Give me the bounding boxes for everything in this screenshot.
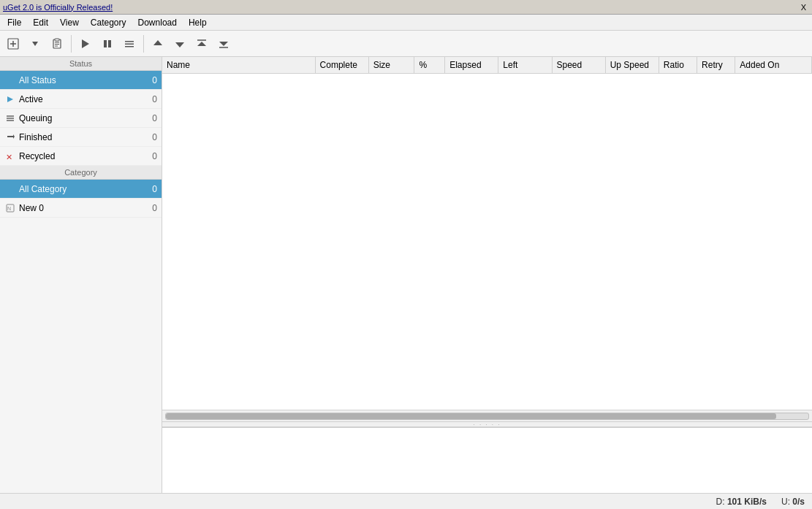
svg-rect-33 xyxy=(6,190,10,194)
move-bottom-button[interactable] xyxy=(213,34,234,54)
scrollbar-track[interactable] xyxy=(165,413,809,420)
download-speed-display: D: 101 KiB/s xyxy=(716,497,767,507)
col-complete[interactable]: Complete xyxy=(315,57,368,74)
upload-speed-display: U: 0/s xyxy=(781,497,805,507)
finished-label: Finished xyxy=(19,132,149,142)
dropdown-icon xyxy=(31,40,39,47)
sidebar-item-queuing[interactable]: Queuing 0 xyxy=(0,109,162,128)
new0-icon: N xyxy=(4,202,16,214)
pause-button[interactable] xyxy=(97,34,118,54)
svg-rect-11 xyxy=(108,40,111,47)
upload-label: U: xyxy=(781,497,790,507)
toolbar xyxy=(0,31,812,57)
svg-text:✕: ✕ xyxy=(6,153,12,161)
col-upspeed[interactable]: Up Speed xyxy=(605,57,659,74)
sidebar-item-active[interactable]: Active 0 xyxy=(0,90,162,109)
grab-clipboard-button[interactable] xyxy=(47,34,67,54)
all-category-count: 0 xyxy=(152,184,157,194)
col-size[interactable]: Size xyxy=(368,57,414,74)
all-status-label: All Status xyxy=(19,75,149,85)
new0-label: New 0 xyxy=(19,203,149,213)
new-download-button[interactable] xyxy=(3,34,23,54)
resize-handle[interactable]: · · · · · xyxy=(162,421,812,427)
menu-view[interactable]: View xyxy=(54,16,85,29)
col-percent[interactable]: % xyxy=(414,57,445,74)
title-text: uGet 2.0 is Officially Released! xyxy=(3,3,113,12)
col-left[interactable]: Left xyxy=(498,57,552,74)
upload-speed: 0/s xyxy=(792,497,805,507)
toolbar-separator-2 xyxy=(143,35,144,53)
menu-edit[interactable]: Edit xyxy=(27,16,54,29)
close-button[interactable]: X xyxy=(798,3,809,12)
menu-download[interactable]: Download xyxy=(132,16,183,29)
sidebar-item-all-status[interactable]: All Status 0 xyxy=(0,71,162,90)
move-up-icon xyxy=(153,39,163,49)
category-section-header: Category xyxy=(0,166,162,180)
properties-button[interactable] xyxy=(119,34,140,54)
finished-icon xyxy=(4,131,16,143)
sidebar-item-recycled[interactable]: ✕ Recycled 0 xyxy=(0,147,162,166)
svg-rect-34 xyxy=(11,190,15,194)
download-label: D: xyxy=(716,497,725,507)
download-table[interactable]: Name Complete Size % Elapsed Left Speed … xyxy=(162,57,812,410)
svg-rect-28 xyxy=(7,120,14,121)
move-top-button[interactable] xyxy=(191,34,212,54)
col-elapsed[interactable]: Elapsed xyxy=(445,57,498,74)
toolbar-separator-1 xyxy=(71,35,72,53)
sidebar: Status All Status 0 Active 0 xyxy=(0,57,162,493)
queuing-count: 0 xyxy=(152,113,157,123)
move-up-button[interactable] xyxy=(148,34,168,54)
start-button[interactable] xyxy=(75,34,96,54)
clipboard-icon xyxy=(51,38,63,50)
svg-marker-25 xyxy=(7,96,13,102)
menu-category[interactable]: Category xyxy=(85,16,132,29)
sidebar-item-finished[interactable]: Finished 0 xyxy=(0,128,162,147)
svg-rect-32 xyxy=(11,185,15,188)
svg-marker-3 xyxy=(32,42,38,46)
svg-marker-15 xyxy=(153,40,162,45)
svg-rect-26 xyxy=(7,115,14,117)
all-status-count: 0 xyxy=(152,75,157,85)
horizontal-scrollbar[interactable] xyxy=(162,410,812,421)
sidebar-item-new0[interactable]: N New 0 0 xyxy=(0,199,162,218)
svg-text:N: N xyxy=(7,206,11,211)
downloads-list: Name Complete Size % Elapsed Left Speed … xyxy=(162,57,812,74)
svg-marker-9 xyxy=(82,39,89,48)
recycled-label: Recycled xyxy=(19,151,149,161)
sidebar-item-all-category[interactable]: All Category 0 xyxy=(0,180,162,199)
recycled-count: 0 xyxy=(152,151,157,161)
play-icon xyxy=(80,39,91,49)
col-retry[interactable]: Retry xyxy=(697,57,735,74)
menu-file[interactable]: File xyxy=(1,16,27,29)
svg-rect-12 xyxy=(125,41,134,42)
svg-rect-13 xyxy=(125,43,134,45)
active-count: 0 xyxy=(152,94,157,104)
status-section-header: Status xyxy=(0,57,162,71)
svg-rect-24 xyxy=(11,81,15,85)
svg-marker-20 xyxy=(219,42,228,46)
move-top-icon xyxy=(197,39,207,49)
menu-help[interactable]: Help xyxy=(183,16,213,29)
new0-count: 0 xyxy=(152,203,157,213)
all-category-label: All Category xyxy=(19,184,149,194)
col-speed[interactable]: Speed xyxy=(552,57,605,74)
col-addedon[interactable]: Added On xyxy=(735,57,812,74)
dropdown-arrow-button[interactable] xyxy=(25,34,45,54)
properties-icon xyxy=(124,39,134,49)
finished-count: 0 xyxy=(152,132,157,142)
active-label: Active xyxy=(19,94,149,104)
move-down-icon xyxy=(175,39,185,49)
svg-marker-18 xyxy=(197,42,206,46)
menu-bar: File Edit View Category Download Help xyxy=(0,15,812,31)
move-down-button[interactable] xyxy=(170,34,190,54)
move-bottom-icon xyxy=(219,39,229,49)
status-bar: D: 101 KiB/s U: 0/s xyxy=(0,493,812,509)
svg-rect-14 xyxy=(125,46,134,47)
scrollbar-thumb[interactable] xyxy=(166,413,776,419)
active-icon xyxy=(4,93,16,105)
col-ratio[interactable]: Ratio xyxy=(659,57,697,74)
svg-rect-27 xyxy=(7,118,14,119)
all-status-icon xyxy=(4,74,16,86)
svg-rect-31 xyxy=(6,185,10,188)
col-name[interactable]: Name xyxy=(162,57,315,74)
